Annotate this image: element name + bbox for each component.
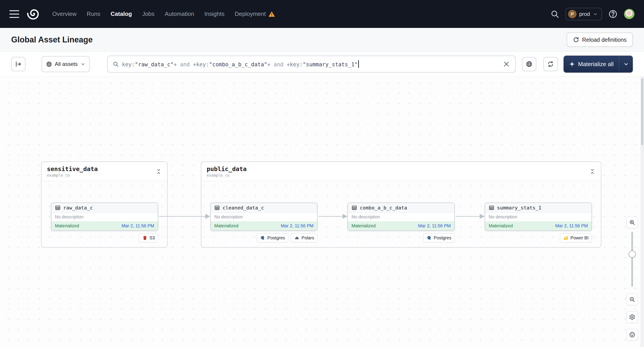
- tag-polars[interactable]: Polars: [291, 233, 318, 242]
- materialized-badge: Materialized: [214, 223, 238, 228]
- asset-selection-query[interactable]: key:"raw_data_c"+ and +key:"combo_a_b_c_…: [122, 60, 499, 68]
- materialize-options-caret[interactable]: [619, 56, 633, 72]
- nav-link-automation[interactable]: Automation: [165, 10, 194, 17]
- asset-tags-cleaned-data-c: Postgres Polars: [257, 233, 318, 242]
- asset-node-header[interactable]: combo_a_b_c_data: [348, 203, 454, 213]
- refresh-graph-button[interactable]: [544, 57, 558, 71]
- asset-description: No description: [485, 213, 592, 221]
- nav-label: Catalog: [110, 10, 132, 17]
- lineage-canvas[interactable]: sensitive_data example_co public_data ex…: [0, 76, 644, 347]
- chevron-down-icon: [592, 11, 598, 17]
- asset-status-row: Materialized Mar 2, 11:56 PM: [211, 221, 317, 230]
- scrollbar-thumb[interactable]: [641, 78, 643, 145]
- asset-name: raw_data_c: [63, 205, 93, 211]
- warning-triangle-icon: [268, 11, 275, 17]
- materialization-timestamp[interactable]: Mar 2, 11:56 PM: [555, 223, 588, 228]
- tag-postgres[interactable]: Postgres: [257, 233, 288, 242]
- clear-selection-button[interactable]: [502, 60, 510, 68]
- nav-link-deployment[interactable]: Deployment: [235, 10, 275, 17]
- deployment-switcher[interactable]: P prod: [566, 8, 602, 20]
- materialization-timestamp[interactable]: Mar 2, 11:56 PM: [418, 223, 451, 228]
- tag-powerbi[interactable]: Power BI: [560, 233, 592, 242]
- main-nav: Overview Runs Catalog Jobs Automation In…: [52, 10, 275, 17]
- zoom-in-button[interactable]: [626, 217, 638, 228]
- graph-query-button[interactable]: [522, 57, 536, 71]
- tag-label: Postgres: [267, 235, 285, 241]
- user-avatar[interactable]: [624, 9, 634, 19]
- asset-filter-dropdown[interactable]: All assets: [42, 56, 90, 72]
- collapse-group-icon[interactable]: [589, 168, 596, 175]
- search-icon: [112, 61, 119, 67]
- globe-icon: [46, 61, 52, 67]
- chevron-down-icon: [80, 62, 85, 66]
- globe-icon: [526, 61, 532, 67]
- nav-link-jobs[interactable]: Jobs: [142, 10, 154, 17]
- asset-tags-combo-a-b-c-data: Postgres: [423, 233, 455, 242]
- asset-node-header[interactable]: summary_stats_1: [485, 203, 592, 213]
- navbar-right-cluster: P prod: [550, 8, 634, 20]
- asset-node-cleaned-data-c[interactable]: cleaned_data_c No description Materializ…: [210, 203, 318, 231]
- materialization-timestamp[interactable]: Mar 2, 11:56 PM: [122, 223, 154, 228]
- s3-icon: [142, 235, 148, 241]
- tag-postgres[interactable]: Postgres: [423, 233, 455, 242]
- gear-icon: [629, 314, 635, 320]
- asset-node-raw-data-c[interactable]: raw_data_c No description Materialized M…: [51, 203, 158, 231]
- reload-icon: [573, 37, 579, 43]
- lineage-toolbar: All assets key:"raw_data_c"+ and +key:"c…: [0, 52, 644, 76]
- top-navbar: Overview Runs Catalog Jobs Automation In…: [0, 0, 644, 28]
- nav-link-insights[interactable]: Insights: [204, 10, 224, 17]
- table-icon: [55, 205, 60, 211]
- search-icon[interactable]: [550, 9, 559, 18]
- asset-tags-raw-data-c: S3: [139, 233, 158, 242]
- page-title: Global Asset Lineage: [11, 35, 93, 44]
- graph-settings-button[interactable]: [626, 311, 638, 323]
- deployment-avatar: P: [568, 10, 576, 18]
- zoom-in-icon: [629, 219, 635, 226]
- table-icon: [489, 205, 494, 211]
- asset-status-row: Materialized Mar 2, 11:56 PM: [52, 221, 158, 230]
- materialization-timestamp[interactable]: Mar 2, 11:56 PM: [281, 223, 314, 228]
- asset-name: combo_a_b_c_data: [360, 205, 407, 211]
- page-header: Global Asset Lineage Reload definitions: [0, 28, 644, 52]
- asset-description: No description: [211, 213, 317, 221]
- group-name: public_data: [207, 165, 247, 172]
- polars-icon: [294, 235, 300, 241]
- asset-node-summary-stats-1[interactable]: summary_stats_1 No description Materiali…: [485, 203, 592, 231]
- feedback-button[interactable]: [626, 329, 638, 341]
- nav-link-runs[interactable]: Runs: [87, 10, 100, 17]
- nav-link-catalog[interactable]: Catalog: [110, 10, 132, 17]
- reload-definitions-button[interactable]: Reload definitions: [567, 32, 633, 47]
- dagster-logo-icon[interactable]: [27, 7, 41, 21]
- collapse-group-icon[interactable]: [156, 168, 162, 175]
- group-header[interactable]: public_data example_co: [201, 162, 601, 181]
- scrollbar-track[interactable]: [640, 77, 644, 347]
- text-cursor: [358, 60, 359, 68]
- nav-label: Insights: [204, 10, 224, 17]
- materialize-all-button[interactable]: Materialize all: [564, 56, 619, 72]
- asset-description: No description: [52, 213, 158, 221]
- materialized-badge: Materialized: [55, 223, 79, 228]
- asset-node-header[interactable]: raw_data_c: [52, 203, 158, 213]
- zoom-slider-handle[interactable]: [628, 251, 636, 258]
- sync-icon: [547, 61, 554, 67]
- nav-link-overview[interactable]: Overview: [52, 10, 76, 17]
- asset-filter-label: All assets: [55, 61, 78, 67]
- asset-status-row: Materialized Mar 2, 11:56 PM: [485, 221, 592, 230]
- asset-selection-input[interactable]: key:"raw_data_c"+ and +key:"combo_a_b_c_…: [107, 56, 516, 72]
- tag-label: Power BI: [570, 235, 588, 241]
- asset-node-header[interactable]: cleaned_data_c: [211, 203, 317, 213]
- nav-label: Jobs: [142, 10, 154, 17]
- help-icon[interactable]: [608, 9, 618, 19]
- open-left-panel-button[interactable]: [11, 57, 26, 71]
- tag-label: S3: [150, 235, 155, 241]
- postgres-icon: [260, 235, 265, 241]
- table-icon: [214, 205, 220, 211]
- zoom-out-button[interactable]: [626, 294, 638, 305]
- hamburger-menu-icon[interactable]: [10, 10, 19, 18]
- zoom-slider-track[interactable]: [631, 232, 633, 287]
- tag-s3[interactable]: S3: [139, 233, 158, 242]
- materialized-badge: Materialized: [489, 223, 513, 228]
- asset-node-combo-a-b-c-data[interactable]: combo_a_b_c_data No description Material…: [348, 203, 455, 231]
- nav-label: Automation: [165, 10, 194, 17]
- group-header[interactable]: sensitive_data example_co: [42, 162, 167, 181]
